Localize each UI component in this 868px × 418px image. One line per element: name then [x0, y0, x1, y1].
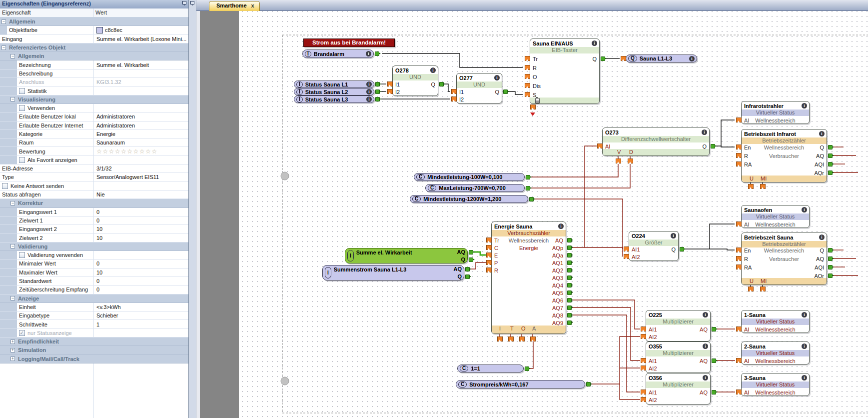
info-icon[interactable]: i — [366, 89, 372, 94]
property-value[interactable]: 0 — [93, 208, 188, 216]
input-connector[interactable] — [736, 326, 742, 332]
block-o278[interactable]: O278iUNDI1QI2 — [392, 66, 438, 96]
output-connector[interactable] — [712, 390, 716, 394]
output-connector[interactable] — [601, 56, 605, 61]
input-connector[interactable] — [641, 397, 646, 402]
output-connector[interactable] — [567, 306, 572, 310]
input-connector[interactable] — [624, 246, 629, 252]
expander-icon[interactable]: − — [1, 46, 6, 50]
tab-smarthome[interactable]: Smarthome x — [209, 1, 260, 11]
property-value[interactable] — [93, 182, 188, 190]
info-icon[interactable]: i — [366, 96, 372, 102]
block-energie-sauna[interactable]: Energie SaunaiVerbrauchszählerTrWellness… — [491, 222, 566, 334]
property-value[interactable]: Schieber — [93, 312, 188, 320]
output-connector[interactable] — [828, 162, 833, 166]
property-value[interactable]: 10 — [93, 225, 188, 233]
input-connector[interactable] — [525, 65, 530, 70]
output-connector[interactable] — [375, 97, 380, 102]
property-value[interactable] — [93, 156, 188, 164]
output-connector[interactable] — [567, 238, 572, 242]
block-saunaofen[interactable]: SaunaofeniVirtueller StatusAIWellnessber… — [741, 205, 810, 228]
output-connector[interactable] — [526, 175, 530, 180]
property-value[interactable]: 0 — [93, 286, 188, 294]
info-icon[interactable]: i — [802, 103, 807, 108]
output-connector[interactable] — [567, 298, 572, 302]
input-connector[interactable] — [497, 336, 503, 342]
output-connector[interactable] — [567, 283, 572, 288]
input-connector[interactable] — [736, 256, 742, 261]
info-icon[interactable]: i — [366, 82, 372, 87]
input-connector[interactable] — [525, 83, 530, 88]
input-connector[interactable] — [621, 56, 626, 61]
expander-icon[interactable]: + — [10, 348, 15, 352]
block-sauna-1[interactable]: 1-SaunaiVirtueller StatusAIWellnessberei… — [741, 310, 810, 333]
input-connector[interactable] — [641, 366, 646, 370]
output-connector[interactable] — [828, 154, 833, 158]
output-connector[interactable] — [828, 256, 833, 261]
info-icon[interactable]: i — [702, 130, 707, 135]
property-value[interactable]: Administratoren — [93, 112, 188, 120]
property-value[interactable]: Saunaraum — [93, 138, 188, 146]
checkbox[interactable] — [19, 105, 25, 111]
output-connector[interactable] — [586, 382, 591, 386]
expander-icon[interactable]: + — [10, 340, 15, 344]
input-connector[interactable] — [736, 153, 742, 158]
output-connector[interactable] — [469, 258, 473, 262]
pill-status-sauna-l3[interactable]: IStatus Sauna L3i — [294, 96, 374, 103]
input-connector[interactable] — [616, 158, 621, 164]
output-connector[interactable] — [828, 265, 833, 270]
output-connector[interactable] — [375, 82, 380, 86]
property-value[interactable] — [93, 251, 188, 259]
property-value[interactable]: Summe el. Wirkarbeit (Loxone Mini... — [93, 35, 188, 43]
block-sauna-2[interactable]: 2-SaunaiVirtueller StatusAIWellnessberei… — [741, 342, 810, 364]
pill-status-sauna-l1[interactable]: IStatus Sauna L1i — [294, 80, 374, 88]
block-o224[interactable]: O224iGrößerAI1QAI2 — [629, 231, 679, 261]
output-connector[interactable] — [469, 250, 473, 254]
checkbox[interactable] — [19, 157, 25, 163]
output-connector[interactable] — [567, 253, 572, 258]
output-connector[interactable] — [525, 366, 529, 371]
info-icon[interactable]: i — [802, 344, 807, 349]
pill-const-maxleistung-700w[interactable]: CMaxLeistung-700W=0,700 — [425, 184, 525, 192]
input-connector[interactable] — [748, 184, 754, 189]
block-o273[interactable]: O273iDifferenzschwellwertschalterAIQVD — [602, 128, 710, 156]
input-connector[interactable] — [525, 92, 530, 97]
output-connector[interactable] — [828, 248, 833, 252]
input-connector[interactable] — [525, 56, 530, 61]
property-value[interactable]: 10 — [93, 268, 188, 276]
input-connector[interactable] — [760, 184, 766, 189]
property-value[interactable] — [93, 104, 188, 112]
output-connector[interactable] — [375, 90, 380, 94]
input-connector[interactable] — [525, 74, 530, 79]
expander-icon[interactable]: − — [10, 54, 15, 58]
block-betriebszeit-sauna[interactable]: Betriebszeit SaunaiBetriebszeitzählerEnW… — [741, 232, 827, 285]
input-connector[interactable] — [451, 96, 457, 102]
block-o225[interactable]: O225iMultipliziererAI1AQAI2 — [646, 310, 711, 342]
input-connector[interactable] — [736, 222, 742, 226]
output-connector[interactable] — [503, 90, 508, 94]
property-value[interactable]: 0 — [93, 216, 188, 224]
checkbox[interactable] — [19, 252, 25, 258]
input-connector[interactable] — [597, 144, 603, 148]
info-icon[interactable]: i — [558, 224, 564, 229]
info-icon[interactable]: i — [703, 312, 708, 318]
info-icon[interactable]: i — [819, 131, 825, 136]
property-value[interactable] — [93, 86, 188, 94]
output-connector[interactable] — [567, 320, 572, 325]
info-icon[interactable]: i — [494, 75, 500, 80]
block-o277[interactable]: O277iUNDI1QI2 — [456, 73, 502, 104]
output-connector[interactable] — [712, 358, 716, 363]
block-betriebszeit-infrarot[interactable]: Betriebszeit InfrarotiBetriebszeitzähler… — [741, 129, 827, 182]
input-connector[interactable] — [641, 326, 646, 332]
input-connector[interactable] — [736, 162, 742, 166]
info-icon[interactable]: i — [430, 68, 436, 73]
input-connector[interactable] — [624, 254, 629, 259]
pill-const-strompreis[interactable]: CStrompreis/kWh=0,167 — [456, 380, 585, 388]
input-connector[interactable] — [641, 334, 646, 339]
output-connector[interactable] — [828, 145, 833, 150]
color-swatch[interactable] — [96, 27, 103, 34]
input-connector[interactable] — [736, 390, 742, 394]
input-connector[interactable] — [628, 158, 633, 164]
expander-icon[interactable]: − — [10, 244, 15, 248]
pill-status-sauna-l2[interactable]: IStatus Sauna L2i — [294, 88, 374, 96]
